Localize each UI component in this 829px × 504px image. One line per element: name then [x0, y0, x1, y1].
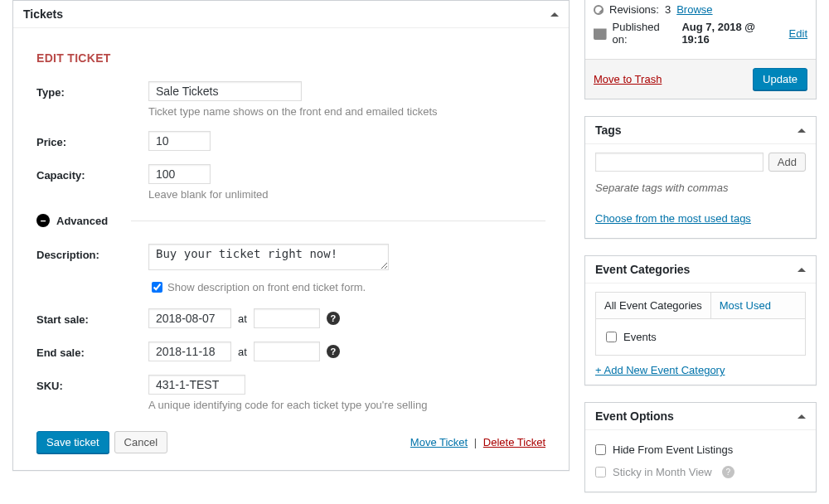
start-sale-time-input[interactable] — [254, 308, 320, 328]
choose-tags-link[interactable]: Choose from the most used tags — [595, 212, 751, 225]
revisions-icon — [594, 5, 604, 15]
published-on-value: Aug 7, 2018 @ 19:16 — [681, 21, 783, 46]
move-to-trash-link[interactable]: Move to Trash — [594, 73, 662, 85]
tickets-metabox-header[interactable]: Tickets — [13, 1, 569, 28]
category-events-checkbox[interactable] — [606, 332, 617, 342]
advanced-toggle[interactable]: – Advanced — [36, 214, 545, 227]
sku-label: SKU: — [36, 375, 148, 392]
show-description-checkbox-label: Show description on front end ticket for… — [167, 281, 366, 293]
category-item-events[interactable]: Events — [606, 331, 795, 343]
category-events-label: Events — [623, 331, 657, 343]
tags-metabox-header[interactable]: Tags — [585, 117, 816, 144]
tags-note: Separate tags with commas — [595, 182, 806, 194]
end-sale-time-input[interactable] — [254, 342, 320, 361]
option-sticky-month-view[interactable]: Sticky in Month View ? — [595, 461, 806, 483]
revisions-label: Revisions: — [609, 3, 659, 16]
description-label: Description: — [36, 244, 148, 261]
type-input[interactable] — [148, 81, 302, 101]
cancel-button[interactable]: Cancel — [114, 431, 167, 453]
capacity-help: Leave blank for unlimited — [148, 188, 545, 201]
event-options-metabox-title: Event Options — [595, 410, 674, 423]
capacity-label: Capacity: — [36, 164, 148, 182]
help-icon[interactable]: ? — [327, 312, 340, 325]
save-ticket-button[interactable]: Save ticket — [36, 431, 109, 453]
revisions-count: 3 — [665, 3, 671, 16]
add-tag-button[interactable]: Add — [768, 153, 806, 172]
divider — [131, 220, 545, 221]
calendar-icon — [594, 27, 607, 40]
end-sale-date-input[interactable] — [148, 342, 231, 361]
add-category-link[interactable]: + Add New Event Category — [595, 364, 725, 376]
help-icon[interactable]: ? — [327, 345, 340, 358]
price-label: Price: — [36, 131, 148, 148]
end-sale-label: End sale: — [36, 342, 148, 359]
tags-metabox-title: Tags — [595, 124, 622, 137]
collapse-icon — [550, 12, 559, 17]
collapse-icon — [797, 414, 806, 419]
sticky-month-view-checkbox[interactable] — [595, 467, 606, 477]
collapse-icon — [797, 128, 806, 133]
separator: | — [474, 436, 477, 448]
event-categories-metabox-header[interactable]: Event Categories — [585, 256, 816, 284]
start-sale-date-input[interactable] — [148, 308, 231, 328]
price-input[interactable] — [148, 131, 211, 151]
edit-publish-date-link[interactable]: Edit — [789, 27, 807, 40]
hide-from-listings-label: Hide From Event Listings — [613, 443, 733, 456]
start-sale-label: Start sale: — [36, 308, 148, 326]
browse-revisions-link[interactable]: Browse — [676, 3, 712, 16]
type-help: Ticket type name shows on the front end … — [148, 105, 545, 118]
event-categories-metabox-title: Event Categories — [595, 263, 690, 276]
start-sale-at: at — [238, 313, 247, 325]
option-hide-from-listings[interactable]: Hide From Event Listings — [595, 439, 806, 461]
description-input[interactable] — [148, 244, 389, 270]
help-icon[interactable]: ? — [722, 466, 734, 478]
move-ticket-link[interactable]: Move Ticket — [410, 436, 468, 448]
show-description-checkbox[interactable] — [152, 282, 162, 293]
delete-ticket-link[interactable]: Delete Ticket — [483, 436, 545, 448]
category-tabs: All Event Categories Most Used — [595, 292, 806, 318]
sku-help: A unique identifying code for each ticke… — [148, 399, 545, 411]
capacity-input[interactable] — [148, 164, 211, 184]
sku-input[interactable] — [148, 375, 245, 395]
update-button[interactable]: Update — [753, 68, 807, 90]
minus-icon: – — [36, 214, 50, 227]
hide-from-listings-checkbox[interactable] — [595, 444, 606, 455]
collapse-icon — [797, 268, 806, 272]
tab-most-used[interactable]: Most Used — [711, 293, 779, 318]
tab-all-categories[interactable]: All Event Categories — [596, 293, 711, 318]
tickets-metabox-title: Tickets — [23, 7, 63, 21]
tags-input[interactable] — [595, 153, 764, 172]
event-options-metabox-header[interactable]: Event Options — [585, 403, 816, 430]
type-label: Type: — [36, 81, 148, 99]
sticky-month-view-label: Sticky in Month View — [613, 466, 712, 478]
edit-ticket-heading: EDIT TICKET — [36, 51, 545, 65]
end-sale-at: at — [238, 346, 247, 358]
published-on-label: Published on: — [613, 21, 676, 46]
